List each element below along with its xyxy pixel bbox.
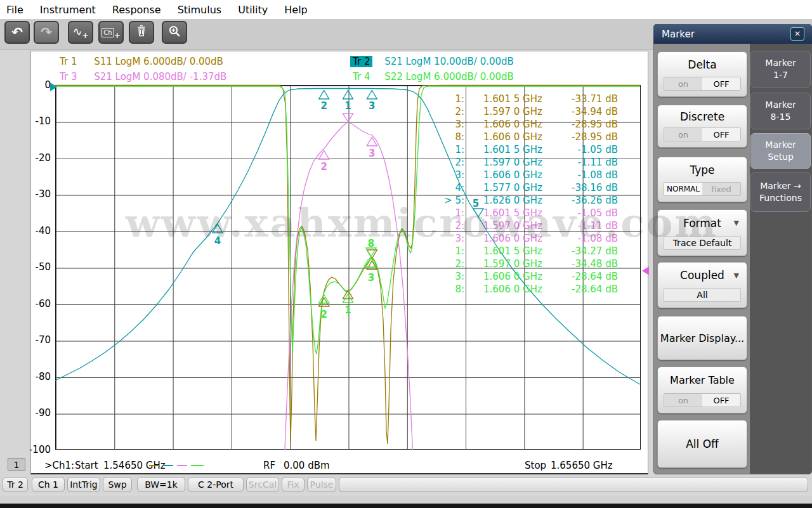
- legend-tr1[interactable]: Tr 1 S11 LogM 6.000dB/ 0.00dB: [57, 56, 223, 67]
- marker-readout-row: 3:1.606 0 GHz-1.08 dB: [434, 169, 618, 181]
- legend-tr2-label: Tr 2: [350, 56, 372, 67]
- redo-button[interactable]: ↷: [34, 21, 59, 44]
- channel-badge[interactable]: 1: [8, 458, 25, 471]
- delete-button[interactable]: [129, 21, 154, 44]
- tab-marker-8-15[interactable]: Marker8-15: [750, 93, 811, 129]
- statusbar-message-area: [339, 477, 808, 492]
- chevron-down-icon: ▼: [734, 271, 739, 280]
- tr1-swatch: [149, 465, 159, 466]
- y-axis-label: -90: [28, 407, 51, 419]
- marker-readout-row: 2:1.597 0 GHz-1.11 dB: [434, 219, 618, 232]
- menu-help[interactable]: Help: [284, 4, 307, 16]
- delta-on-option[interactable]: on: [664, 77, 702, 90]
- type-button[interactable]: Type NORMAL fixed: [657, 157, 747, 202]
- menu-instrument[interactable]: Instrument: [40, 4, 96, 16]
- tab-marker-setup[interactable]: MarkerSetup: [750, 133, 811, 169]
- y-axis-label: -100: [28, 444, 51, 455]
- stop-label: Stop: [525, 460, 546, 471]
- legend-tr3-text: S21 LogM 0.080dB/ -1.37dB: [94, 71, 226, 82]
- zoom-icon: [168, 25, 181, 41]
- menu-stimulus[interactable]: Stimulus: [178, 4, 222, 16]
- add-trace-icon: ∿+: [72, 25, 88, 40]
- y-axis-label: -20: [28, 152, 51, 164]
- add-channel-button[interactable]: Ch+: [98, 21, 124, 44]
- type-fixed-option[interactable]: fixed: [702, 183, 740, 195]
- marker-panel-title: Marker: [662, 29, 695, 40]
- window-bottom-edge: [0, 504, 812, 508]
- delta-button[interactable]: Delta on OFF: [657, 51, 747, 97]
- coupled-value-button[interactable]: All: [664, 288, 741, 302]
- discrete-off-option[interactable]: OFF: [702, 128, 740, 141]
- statusbar-channel-button[interactable]: Ch 1: [32, 477, 65, 492]
- discrete-on-option[interactable]: on: [664, 128, 702, 141]
- marker-readout-row: 4:1.577 0 GHz-38.16 dB: [434, 181, 618, 194]
- statusbar-bandwidth-button[interactable]: BW=1k: [137, 477, 185, 492]
- close-icon[interactable]: ×: [790, 27, 804, 41]
- y-axis-label: -50: [28, 261, 51, 273]
- marker-readout-table: 1:1.601 5 GHz-33.71 dB 2:1.597 0 GHz-34.…: [434, 0, 618, 304]
- marker-readout-row: 1:1.601 5 GHz-1.05 dB: [434, 207, 618, 219]
- all-off-button[interactable]: All Off: [657, 420, 747, 468]
- type-normal-option[interactable]: NORMAL: [664, 183, 702, 195]
- tr2-swatch: [163, 465, 173, 466]
- format-button[interactable]: Format ▼ Trace Default: [657, 209, 747, 256]
- marker-readout-row: 3:1.606 0 GHz-1.08 dB: [434, 232, 618, 245]
- legend-tr4-label: Tr 4: [350, 71, 372, 82]
- legend-tr1-text: S11 LogM 6.000dB/ 0.00dB: [94, 56, 223, 67]
- marker-readout-row: 1:1.601 5 GHz-34.27 dB: [434, 245, 618, 257]
- tr4-swatch: [191, 465, 204, 466]
- menu-utility[interactable]: Utility: [238, 4, 268, 16]
- add-trace-button[interactable]: ∿+: [68, 21, 93, 44]
- add-channel-icon: Ch+: [102, 25, 120, 40]
- marker-panel-header: Marker ×: [653, 24, 812, 44]
- y-axis-label: -70: [28, 334, 51, 346]
- marker-table-toggle: on OFF: [664, 393, 741, 407]
- tab-marker-functions[interactable]: Marker →Functions: [750, 173, 811, 212]
- legend-tr3[interactable]: Tr 3 S21 LogM 0.080dB/ -1.37dB: [57, 71, 226, 82]
- tab-marker-1-7[interactable]: Marker1-7: [750, 51, 811, 88]
- statusbar-srccal-button: SrcCal: [246, 477, 279, 492]
- marker-table-off-option[interactable]: OFF: [702, 394, 740, 407]
- menu-bar: File Instrument Response Stimulus Utilit…: [0, 0, 812, 19]
- stop-value[interactable]: 1.65650 GHz: [551, 460, 613, 471]
- marker-readout-row: 3:1.606 0 GHz-28.64 dB: [434, 270, 618, 283]
- delta-toggle: on OFF: [664, 77, 741, 91]
- format-value-button[interactable]: Trace Default: [664, 236, 741, 250]
- menu-response[interactable]: Response: [112, 4, 161, 16]
- marker-readout-row: 8:1.606 0 GHz-28.95 dB: [434, 131, 618, 143]
- undo-button[interactable]: ↶: [4, 21, 30, 44]
- marker-table-button[interactable]: Marker Table on OFF: [657, 367, 747, 414]
- y-axis-label: -60: [28, 298, 51, 309]
- statusbar-cal-button[interactable]: C 2-Port: [188, 477, 244, 492]
- statusbar-lower-strip: [0, 495, 812, 504]
- coupled-button[interactable]: Coupled ▼ All: [657, 262, 747, 308]
- chevron-down-icon: ▼: [734, 219, 739, 227]
- y-axis-label: -80: [28, 371, 51, 382]
- statusbar-trace-button[interactable]: Tr 2: [3, 477, 28, 492]
- zoom-button[interactable]: [162, 21, 187, 44]
- y-axis-label: -10: [28, 115, 51, 127]
- marker-readout-row: 2:1.597 0 GHz-34.48 dB: [434, 257, 618, 270]
- marker-readout-row-active: > 5:1.626 0 GHz-36.26 dB: [434, 194, 618, 207]
- statusbar-trigger-button[interactable]: IntTrig: [67, 477, 100, 492]
- y-axis-label: 0: [28, 79, 51, 91]
- marker-readout-row: 8:1.606 0 GHz-28.64 dB: [434, 283, 618, 296]
- y-axis-label: -30: [28, 188, 51, 200]
- marker-readout-row: 2:1.597 0 GHz-34.94 dB: [434, 105, 618, 118]
- delete-icon: [135, 25, 148, 40]
- discrete-toggle: on OFF: [664, 127, 741, 141]
- marker-readout-row: 2:1.597 0 GHz-1.11 dB: [434, 156, 618, 169]
- delta-off-option[interactable]: OFF: [702, 77, 740, 90]
- marker-readout-row: 1:1.601 5 GHz-1.05 dB: [434, 143, 618, 156]
- tr3-swatch: [177, 465, 187, 466]
- menu-file[interactable]: File: [6, 4, 23, 16]
- vna-application-window: File Instrument Response Stimulus Utilit…: [0, 0, 812, 508]
- marker-display-button[interactable]: Marker Display...: [657, 316, 747, 360]
- statusbar-sweep-button[interactable]: Swp: [103, 477, 132, 492]
- legend-tr3-label: Tr 3: [57, 71, 79, 82]
- discrete-button[interactable]: Discrete on OFF: [657, 105, 747, 148]
- y-axis-label: -40: [28, 225, 51, 237]
- rf-value[interactable]: 0.00 dBm: [284, 460, 330, 471]
- marker-table-on-option[interactable]: on: [664, 394, 702, 407]
- marker-readout-row: 3:1.606 0 GHz-28.95 dB: [434, 118, 618, 131]
